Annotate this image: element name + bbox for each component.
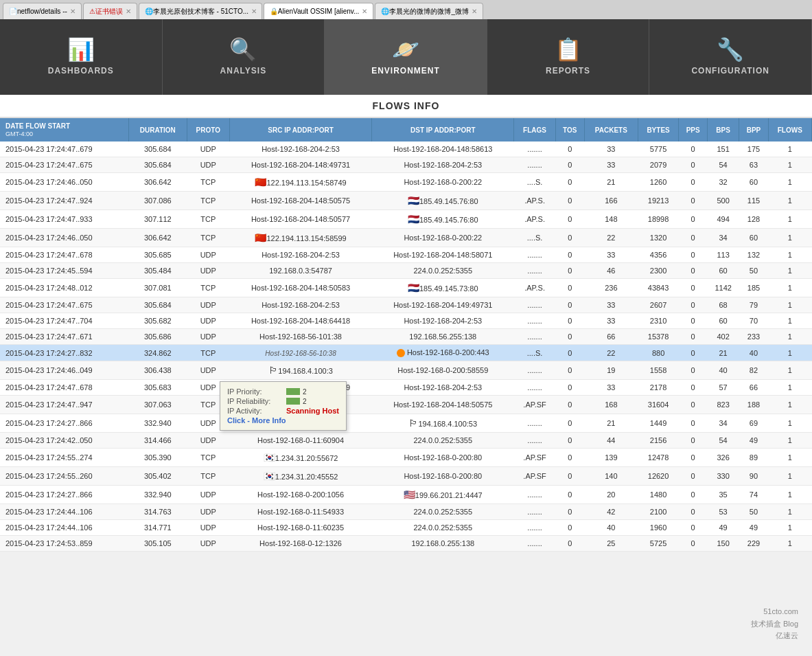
- tab-label-3: 李晨光原创技术博客 - 51CTO...: [153, 7, 248, 16]
- cell-bps: 32: [707, 173, 739, 192]
- col-proto: PROTO: [187, 118, 229, 142]
- nav-reports-label: REPORTS: [546, 66, 590, 76]
- tab-close-4[interactable]: ✕: [362, 8, 367, 15]
- cell-bpp: 115: [739, 192, 768, 210]
- cell-proto: TCP: [187, 210, 229, 229]
- tab-close-1[interactable]: ✕: [70, 8, 76, 15]
- cell-bps: 54: [707, 433, 739, 449]
- nav-reports[interactable]: 📋 REPORTS: [487, 19, 650, 95]
- cell-tos: 0: [555, 297, 584, 313]
- browser-tab-4[interactable]: 🔒 AlienVault OSSIM [alienv... ✕: [264, 3, 374, 19]
- tooltip-priority-label: IP Priority:: [227, 387, 282, 396]
- nav-analysis[interactable]: 🔍 ANALYSIS: [163, 19, 325, 95]
- cell-tos: 0: [555, 414, 584, 433]
- cell-dst: Host-192-168-0-200:443: [372, 345, 514, 361]
- cell-bytes: 15378: [638, 329, 679, 345]
- cell-flows: 1: [768, 313, 811, 329]
- browser-tab-1[interactable]: 📄 netflow/details -- ✕: [3, 3, 82, 19]
- cell-date: 2015-04-23 17:24:44..106: [0, 520, 128, 536]
- cell-dst: Host-192-168-204-2:53: [372, 313, 514, 329]
- cell-src: 192.168.0.3:54787: [229, 263, 371, 279]
- nav-dashboards[interactable]: 📊 DASHBOARDS: [0, 19, 163, 95]
- cell-bytes: 12478: [638, 449, 679, 467]
- cell-proto: UDP: [187, 361, 229, 380]
- tooltip-more-info-link[interactable]: Click - More Info: [227, 416, 286, 425]
- cell-pps: 0: [679, 536, 708, 552]
- cell-flows: 1: [768, 520, 811, 536]
- cell-flags: ....S.: [514, 345, 555, 361]
- cell-duration: 305.684: [128, 157, 187, 173]
- app-nav: 📊 DASHBOARDS 🔍 ANALYSIS 🪐 ENVIRONMENT 📋 …: [0, 19, 812, 95]
- cell-flows: 1: [768, 380, 811, 396]
- nav-configuration[interactable]: 🔧 CONFIGURATION: [649, 19, 812, 95]
- cell-bpp: 50: [739, 263, 768, 279]
- cell-bytes: 19213: [638, 192, 679, 210]
- cell-packets: 33: [584, 313, 638, 329]
- cell-proto: TCP: [187, 229, 229, 247]
- cell-proto: TCP: [187, 467, 229, 486]
- cell-flows: 1: [768, 345, 811, 361]
- tab-close-3[interactable]: ✕: [251, 8, 257, 15]
- cell-date: 2015-04-23 17:24:47..924: [0, 192, 128, 210]
- cell-bps: 500: [707, 192, 739, 210]
- cell-flows: 1: [768, 173, 811, 192]
- cell-packets: 19: [584, 361, 638, 380]
- cell-date: 2015-04-23 17:24:47..704: [0, 313, 128, 329]
- cell-packets: 44: [584, 433, 638, 449]
- cell-pps: 0: [679, 329, 708, 345]
- col-bpp: BPP: [739, 118, 768, 142]
- cell-src: Host-192-168-204-148:50577: [229, 210, 371, 229]
- cell-flows: 1: [768, 263, 811, 279]
- table-row: 2015-04-23 17:24:45..594 305.484 UDP 192…: [0, 263, 812, 279]
- browser-tab-2[interactable]: ⚠ 证书错误 ✕: [83, 3, 137, 19]
- cell-src: 🇰🇷1.234.31.20:55672: [229, 449, 371, 467]
- cell-bpp: 128: [739, 210, 768, 229]
- nav-environment[interactable]: 🪐 ENVIRONMENT: [325, 19, 487, 95]
- tab-close-5[interactable]: ✕: [472, 8, 477, 15]
- cell-flows: 1: [768, 449, 811, 467]
- nav-dashboards-label: DASHBOARDS: [48, 66, 114, 76]
- cell-pps: 0: [679, 486, 708, 504]
- cell-bpp: 82: [739, 361, 768, 380]
- cell-tos: 0: [555, 279, 584, 297]
- cell-packets: 22: [584, 345, 638, 361]
- cell-packets: 66: [584, 329, 638, 345]
- tooltip-more-info-row[interactable]: Click - More Info: [227, 416, 339, 425]
- cell-proto: UDP: [187, 486, 229, 504]
- cell-date: 2015-04-23 17:24:44..106: [0, 504, 128, 520]
- cell-src: Host-192-168-204-148:64418: [229, 313, 371, 329]
- cell-src: 🇨🇳122.194.113.154:58599: [229, 229, 371, 247]
- cell-date: 2015-04-23 17:24:42..050: [0, 433, 128, 449]
- cell-flows: 1: [768, 329, 811, 345]
- cell-dst: 🇳🇱185.49.145.76:80: [372, 210, 514, 229]
- cell-pps: 0: [679, 210, 708, 229]
- tooltip-priority-bar: [286, 388, 300, 395]
- cell-dst: Host-192-168-204-2:53: [372, 380, 514, 396]
- cell-tos: 0: [555, 313, 584, 329]
- tooltip-reliability-row: IP Reliability: 2: [227, 397, 339, 405]
- cell-bytes: 12620: [638, 467, 679, 486]
- cell-packets: 139: [584, 449, 638, 467]
- cell-bpp: 188: [739, 396, 768, 414]
- cell-src: Host-192-168-0-12:1326: [229, 536, 371, 552]
- cell-flows: 1: [768, 467, 811, 486]
- cell-proto: UDP: [187, 247, 229, 263]
- table-header-row: DATE FLOW STARTGMT-4:00 DURATION PROTO S…: [0, 118, 812, 142]
- cell-dst: 224.0.0.252:5355: [372, 504, 514, 520]
- cell-duration: 305.682: [128, 313, 187, 329]
- browser-tab-5[interactable]: 🌐 李晨光的微博的微博_微博 ✕: [375, 3, 483, 19]
- cell-proto: UDP: [187, 297, 229, 313]
- cell-date: 2015-04-23 17:24:47..671: [0, 329, 128, 345]
- browser-tab-3[interactable]: 🌐 李晨光原创技术博客 - 51CTO... ✕: [139, 3, 262, 19]
- cell-pps: 0: [679, 173, 708, 192]
- cell-tos: 0: [555, 504, 584, 520]
- cell-src: Host-192-168-56-101:38: [229, 329, 371, 345]
- cell-flags: .......: [514, 414, 555, 433]
- environment-icon: 🪐: [392, 38, 419, 60]
- tab-close-2[interactable]: ✕: [126, 8, 131, 15]
- cell-dst: 🇺🇸199.66.201.21:4447: [372, 486, 514, 504]
- reports-icon: 📋: [555, 38, 582, 60]
- cell-tos: 0: [555, 520, 584, 536]
- cell-dst: Host-192-168-204-148:50575: [372, 396, 514, 414]
- cell-dst: 224.0.0.252:5355: [372, 433, 514, 449]
